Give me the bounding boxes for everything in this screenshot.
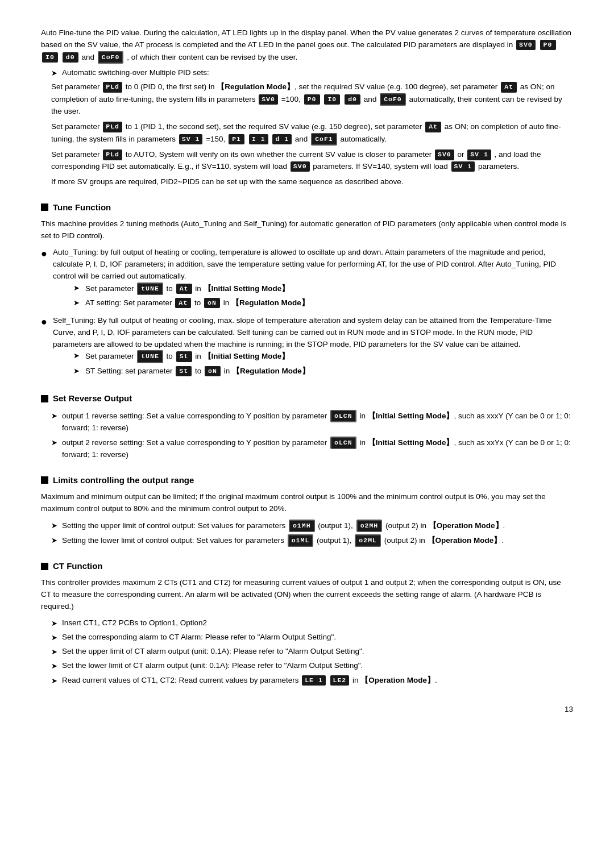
lcd-i0b: I0	[324, 94, 340, 105]
lcd-i1: I 1	[249, 134, 268, 144]
tune-intro: This machine provides 2 tuning methods (…	[41, 218, 573, 242]
lcd-pcd-auto: PLd	[103, 149, 122, 160]
pid1-para: Set parameter PLd to 1 (PID 1, the secon…	[41, 121, 573, 146]
lcd-o2mh: o2MH	[356, 520, 383, 532]
lcd-p1: P1	[229, 134, 244, 144]
lcd-cof1: CoF1	[311, 133, 337, 146]
lcd-at-mode-a: At	[176, 284, 192, 294]
auto-tuning-content: Auto_Tuning: by full output of heating o…	[53, 247, 573, 312]
lcd-o1mh: o1MH	[289, 520, 315, 532]
lcd-st-b: St	[176, 366, 192, 376]
pid-more-groups: If more SV groups are required, PID2~PID…	[41, 176, 573, 188]
lcd-cof0: CoF0	[98, 51, 124, 64]
ct-item-5: ➤ Read current values of CT1, CT2: Read …	[41, 675, 573, 687]
lcd-pcd1: PLd	[103, 122, 122, 132]
intro-text: Auto Fine-tune the PID value. During the…	[41, 27, 573, 64]
lcd-st-a: St	[176, 351, 192, 362]
auto-tuning-text: Auto_Tuning: by full output of heating o…	[53, 248, 556, 280]
section-square-icon-3	[41, 476, 48, 484]
upper-limit-item: ➤ Setting the upper limit of control out…	[41, 520, 573, 532]
auto-tuning-bullet: ● Auto_Tuning: by full output of heating…	[41, 247, 573, 312]
lcd-sv1d: SV 1	[451, 161, 475, 172]
lcd-on-a: oN	[204, 298, 220, 308]
lcd-le2: LE2	[330, 675, 350, 686]
lower-limit-item: ➤ Setting the lower limit of control out…	[41, 534, 573, 547]
lcd-o2ml: o2ML	[355, 534, 381, 547]
tune-function-title: Tune Function	[41, 201, 573, 214]
self-tuning-content: Self_Tuning: By full output of heating o…	[53, 315, 573, 380]
reverse-output-2: ➤ output 2 reverse setting: Set a value …	[41, 437, 573, 461]
ct-item-1: ➤ Insert CT1, CT2 PCBs to Option1, Optio…	[41, 617, 573, 629]
page-content: Auto Fine-tune the PID value. During the…	[41, 27, 573, 716]
bullet-dot-1: ●	[41, 248, 47, 259]
self-tuning-bullet: ● Self_Tuning: By full output of heating…	[41, 315, 573, 380]
lcd-at-set: At	[175, 298, 191, 308]
ct-item-2: ➤ Set the corresponding alarm to CT Alar…	[41, 632, 573, 643]
lcd-tune-a: tUNE	[137, 283, 163, 295]
ct-item-4: ➤ Set the lower limit of CT alarm output…	[41, 660, 573, 672]
lcd-at-b: At	[425, 122, 441, 132]
self-tune-sub2: ➤ ST Setting: set parameter St to oN in …	[53, 366, 573, 377]
tune-sub1: ➤ Set parameter tUNE to At in 【Initial S…	[53, 283, 573, 295]
pid-auto-para: Set parameter PLd to AUTO, System will v…	[41, 149, 573, 173]
lcd-le1: LE 1	[302, 675, 326, 686]
lcd-tune-b: tUNE	[137, 350, 163, 363]
lcd-sv0c: SV0	[435, 149, 454, 160]
ct-item-3: ➤ Set the upper limit of CT alarm output…	[41, 646, 573, 658]
ct-intro: This controller provides maximum 2 CTs (…	[41, 577, 573, 613]
auto-switching-header: ➤ Automatic switching-over Multiple PID …	[41, 67, 573, 79]
lcd-olcn-1: oLCN	[330, 410, 356, 422]
limits-intro: Maximum and minimum output can be limite…	[41, 491, 573, 515]
bullet-dot-2: ●	[41, 317, 47, 327]
self-tune-sub1: ➤ Set parameter tUNE to St in 【Initial S…	[53, 350, 573, 363]
set-reverse-output-title: Set Reverse Output	[41, 392, 573, 405]
lcd-sv1c: SV 1	[467, 149, 491, 160]
lcd-pcd0-a: PLd	[103, 82, 122, 92]
lcd-at-a: At	[501, 82, 517, 92]
ct-function-title: CT Function	[41, 559, 573, 572]
lcd-sv0: SV0	[516, 40, 536, 50]
lcd-i0: I0	[42, 52, 58, 63]
lcd-d0: d0	[63, 52, 78, 63]
section-square-icon-2	[41, 395, 48, 402]
self-tuning-text: Self_Tuning: By full output of heating o…	[53, 316, 551, 348]
page-number: 13	[41, 704, 573, 716]
section-square-icon-4	[41, 563, 48, 570]
lcd-on-b: oN	[205, 366, 221, 376]
lcd-sv0b: SV0	[259, 94, 278, 105]
lcd-cof0b: CoF0	[380, 93, 406, 106]
limits-output-title: Limits controlling the output range	[41, 474, 573, 487]
pid0-para: Set parameter PLd to 0 (PID 0, the first…	[41, 81, 573, 118]
lcd-sv1: SV 1	[179, 134, 203, 144]
tune-sub2: ➤ AT setting: Set parameter At to oN in …	[53, 297, 573, 309]
section-square-icon	[41, 203, 48, 211]
lcd-o1ml: o1ML	[288, 534, 314, 547]
reverse-output-1: ➤ output 1 reverse setting: Set a value …	[41, 410, 573, 434]
lcd-p0: P0	[540, 40, 556, 50]
lcd-sv0d: SV0	[291, 161, 310, 172]
lcd-p0b: P0	[304, 94, 320, 105]
lcd-olcn-2: oLCN	[330, 437, 356, 449]
lcd-d1: d 1	[272, 134, 292, 144]
lcd-d0b: d0	[345, 94, 360, 105]
